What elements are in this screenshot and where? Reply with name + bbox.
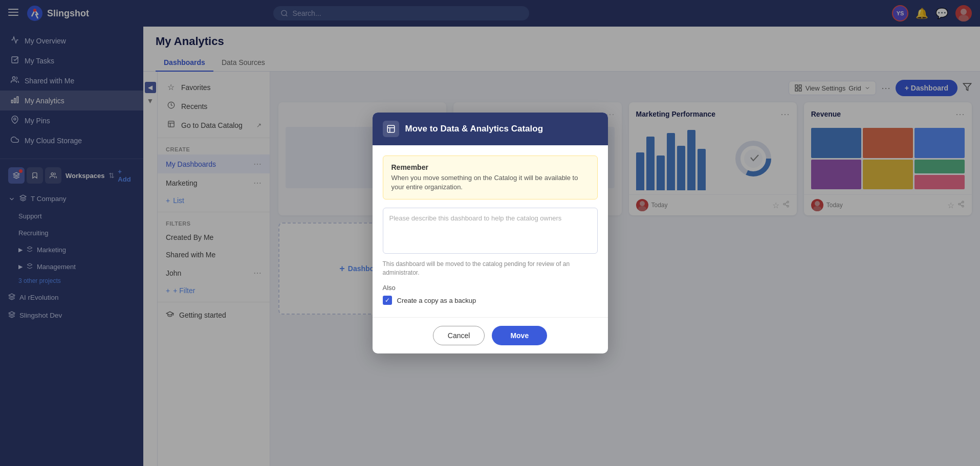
modal-catalog-icon — [383, 121, 399, 137]
admin-note: This dashboard will be moved to the cata… — [383, 260, 598, 277]
remember-text: When you move something on the Catalog i… — [391, 173, 589, 192]
checkbox-row: ✓ Create a copy as a backup — [383, 296, 598, 305]
modal-overlay[interactable]: Move to Data & Analytics Catalog Remembe… — [0, 0, 980, 466]
modal-body: Remember When you move something on the … — [373, 145, 608, 318]
create-copy-checkbox[interactable]: ✓ — [383, 296, 392, 305]
move-to-catalog-modal: Move to Data & Analytics Catalog Remembe… — [373, 113, 608, 354]
create-copy-label: Create a copy as a backup — [397, 297, 476, 304]
remember-title: Remember — [391, 163, 589, 171]
describe-textarea[interactable] — [383, 208, 598, 254]
move-button[interactable]: Move — [492, 326, 547, 345]
also-label: Also — [383, 284, 598, 292]
modal-title: Move to Data & Analytics Catalog — [405, 124, 543, 134]
modal-footer: Cancel Move — [373, 317, 608, 353]
remember-box: Remember When you move something on the … — [383, 156, 598, 199]
cancel-button[interactable]: Cancel — [433, 326, 485, 345]
svg-rect-45 — [387, 125, 395, 132]
modal-header: Move to Data & Analytics Catalog — [373, 113, 608, 145]
